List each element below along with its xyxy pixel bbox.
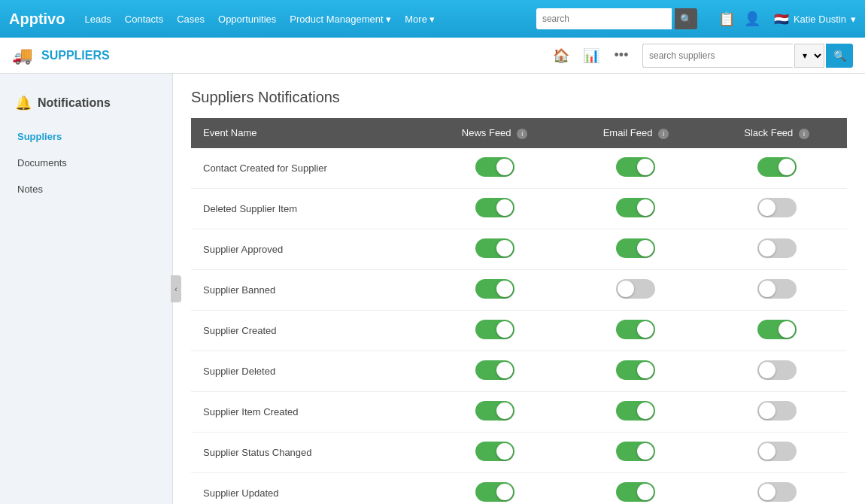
news-feed-toggle[interactable] <box>475 157 514 177</box>
news-feed-cell[interactable] <box>424 391 566 432</box>
table-header: Event Name News Feed i Email Feed i Slac… <box>191 118 847 148</box>
slack-feed-toggle[interactable] <box>757 238 797 258</box>
chart-icon[interactable]: 📊 <box>579 44 603 68</box>
email-feed-cell[interactable] <box>565 351 706 391</box>
news-feed-cell[interactable] <box>424 229 566 269</box>
nav-cases[interactable]: Cases <box>177 14 205 25</box>
slack-feed-cell[interactable] <box>706 310 847 351</box>
news-feed-toggle[interactable] <box>475 401 514 421</box>
news-feed-toggle[interactable] <box>475 442 514 461</box>
supplier-truck-icon: 🚚 <box>12 46 32 65</box>
sidebar-item-notes[interactable]: Notes <box>0 176 172 202</box>
news-feed-toggle[interactable] <box>475 320 514 339</box>
sidebar-item-documents[interactable]: Documents <box>0 150 172 176</box>
slack-feed-cell[interactable] <box>706 472 847 504</box>
slack-feed-toggle[interactable] <box>757 198 797 217</box>
news-feed-toggle[interactable] <box>475 279 514 299</box>
toggle-knob <box>637 199 654 216</box>
event-name-cell: Deleted Supplier Item <box>191 188 424 229</box>
email-feed-toggle[interactable] <box>616 157 655 177</box>
global-search: 🔍 <box>536 8 697 29</box>
slack-feed-cell[interactable] <box>706 391 847 432</box>
toggle-knob <box>759 281 775 297</box>
table-row: Supplier Updated <box>191 472 847 504</box>
supplier-title: SUPPLIERS <box>41 49 110 62</box>
col-news-feed: News Feed i <box>424 118 566 148</box>
toggle-knob <box>637 321 654 338</box>
sidebar-item-suppliers[interactable]: Suppliers <box>0 123 172 150</box>
email-feed-toggle[interactable] <box>616 198 655 217</box>
news-feed-cell[interactable] <box>424 472 566 504</box>
slack-feed-info-icon[interactable]: i <box>799 129 809 139</box>
toggle-knob <box>618 281 634 297</box>
news-feed-toggle[interactable] <box>475 482 514 502</box>
supplier-search-button[interactable]: 🔍 <box>826 44 853 68</box>
nav-leads[interactable]: Leads <box>84 14 111 25</box>
table-row: Supplier Approved <box>191 229 847 269</box>
slack-feed-toggle[interactable] <box>757 157 797 177</box>
global-search-button[interactable]: 🔍 <box>675 8 697 29</box>
nav-more[interactable]: More ▾ <box>405 14 435 25</box>
slack-feed-cell[interactable] <box>706 188 847 229</box>
nav-contacts[interactable]: Contacts <box>125 14 163 25</box>
email-feed-toggle[interactable] <box>616 238 655 258</box>
email-feed-cell[interactable] <box>565 391 706 432</box>
user-name: Katie Dustin <box>794 14 846 25</box>
email-feed-toggle[interactable] <box>616 320 655 339</box>
email-feed-toggle[interactable] <box>616 401 655 421</box>
supplier-search-input[interactable] <box>642 44 793 68</box>
global-search-input[interactable] <box>536 8 672 29</box>
slack-feed-cell[interactable] <box>706 148 847 189</box>
news-feed-cell[interactable] <box>424 310 566 351</box>
email-feed-toggle[interactable] <box>616 482 655 502</box>
news-feed-cell[interactable] <box>424 432 566 472</box>
email-feed-info-icon[interactable]: i <box>658 129 669 139</box>
email-feed-cell[interactable] <box>565 269 706 310</box>
toggle-knob <box>496 443 513 460</box>
slack-feed-toggle[interactable] <box>757 320 797 339</box>
nav-product-management[interactable]: Product Management ▾ <box>290 14 391 25</box>
news-feed-toggle[interactable] <box>475 238 514 258</box>
nav-opportunities[interactable]: Opportunities <box>218 14 276 25</box>
news-feed-toggle[interactable] <box>475 360 514 380</box>
slack-feed-toggle[interactable] <box>757 442 797 461</box>
supplier-search: ▾ 🔍 <box>642 44 853 68</box>
contacts-icon[interactable]: 👤 <box>744 11 760 27</box>
email-feed-toggle[interactable] <box>616 360 655 380</box>
email-feed-cell[interactable] <box>565 472 706 504</box>
email-feed-cell[interactable] <box>565 188 706 229</box>
sub-header: 🚚 SUPPLIERS 🏠 📊 ••• ▾ 🔍 <box>0 38 865 74</box>
slack-feed-cell[interactable] <box>706 229 847 269</box>
slack-feed-cell[interactable] <box>706 351 847 391</box>
toggle-knob <box>496 281 513 297</box>
slack-feed-toggle[interactable] <box>757 482 797 502</box>
slack-feed-cell[interactable] <box>706 269 847 310</box>
app-logo[interactable]: Apptivo <box>9 11 65 28</box>
news-feed-info-icon[interactable]: i <box>517 129 527 139</box>
slack-feed-toggle[interactable] <box>757 401 797 421</box>
email-feed-cell[interactable] <box>565 432 706 472</box>
slack-feed-toggle[interactable] <box>757 279 797 299</box>
email-feed-cell[interactable] <box>565 229 706 269</box>
notifications-icon[interactable]: 📋 <box>718 11 735 27</box>
news-feed-cell[interactable] <box>424 269 566 310</box>
more-icon[interactable]: ••• <box>609 44 633 68</box>
email-feed-cell[interactable] <box>565 310 706 351</box>
home-icon[interactable]: 🏠 <box>549 44 573 68</box>
slack-feed-toggle[interactable] <box>757 360 797 380</box>
toggle-knob <box>759 402 775 419</box>
sidebar-collapse-button[interactable]: ‹ <box>171 275 181 302</box>
table-row: Supplier Item Created <box>191 391 847 432</box>
sidebar-section-title: 🔔 Notifications <box>0 89 172 123</box>
news-feed-cell[interactable] <box>424 148 566 189</box>
news-feed-cell[interactable] <box>424 188 566 229</box>
toggle-knob <box>496 362 513 378</box>
supplier-search-dropdown[interactable]: ▾ <box>794 44 824 68</box>
email-feed-toggle[interactable] <box>616 442 655 461</box>
news-feed-toggle[interactable] <box>475 198 514 217</box>
email-feed-toggle[interactable] <box>616 279 655 299</box>
news-feed-cell[interactable] <box>424 351 566 391</box>
email-feed-cell[interactable] <box>565 148 706 189</box>
user-menu[interactable]: 🇳🇱 Katie Dustin ▾ <box>774 12 856 26</box>
slack-feed-cell[interactable] <box>706 432 847 472</box>
